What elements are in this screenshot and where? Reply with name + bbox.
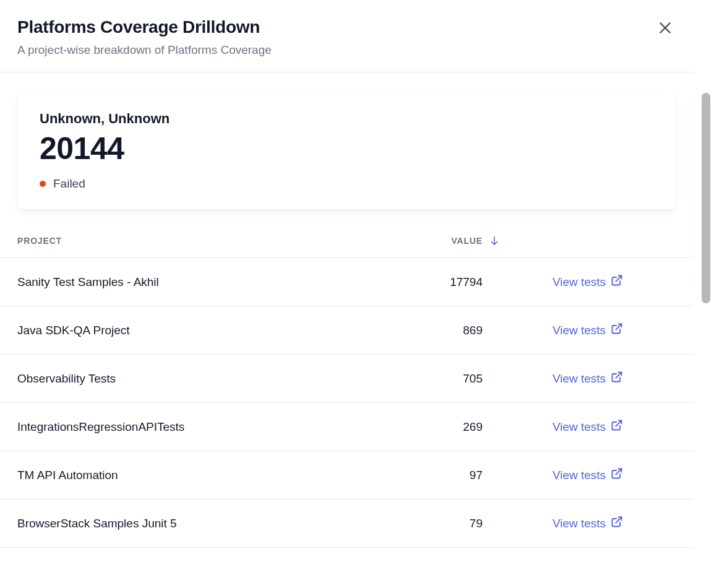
project-value: 17794 bbox=[364, 275, 500, 289]
external-link-icon bbox=[611, 419, 623, 435]
external-link-icon bbox=[611, 322, 623, 338]
view-tests-link[interactable]: View tests bbox=[553, 516, 623, 531]
project-name: BrowserStack Samples Junit 5 bbox=[17, 517, 177, 530]
view-tests-link[interactable]: View tests bbox=[553, 322, 623, 338]
view-tests-link[interactable]: View tests bbox=[553, 467, 623, 483]
close-icon bbox=[657, 20, 673, 38]
summary-subtitle: Unknown, Unknown bbox=[40, 111, 653, 127]
project-name: IntegrationsRegressionAPITests bbox=[17, 420, 184, 433]
table-row: Observability Tests705View tests bbox=[0, 355, 693, 403]
summary-card: Unknown, Unknown 20144 Failed bbox=[17, 90, 676, 209]
view-tests-link[interactable]: View tests bbox=[553, 274, 623, 290]
view-tests-link[interactable]: View tests bbox=[553, 419, 623, 435]
column-header-project[interactable]: PROJECT bbox=[17, 236, 62, 246]
table-row: IntegrationsRegressionAPITests269View te… bbox=[0, 403, 693, 451]
status-dot-icon bbox=[40, 181, 46, 187]
table-header-row: PROJECT VALUE bbox=[0, 224, 693, 258]
view-tests-label: View tests bbox=[553, 275, 606, 289]
external-link-icon bbox=[611, 274, 623, 290]
external-link-icon bbox=[611, 467, 623, 483]
summary-count: 20144 bbox=[40, 132, 653, 166]
page-subtitle: A project-wise breakdown of Platforms Co… bbox=[17, 43, 272, 57]
svg-line-6 bbox=[616, 421, 621, 426]
table-row: TM API Automation97View tests bbox=[0, 451, 693, 499]
sort-descending-icon[interactable] bbox=[489, 235, 500, 246]
project-name: Java SDK-QA Project bbox=[17, 324, 130, 337]
project-name: TM API Automation bbox=[17, 469, 118, 482]
project-name: Sanity Test Samples - Akhil bbox=[17, 275, 159, 288]
view-tests-label: View tests bbox=[553, 469, 606, 482]
project-value: 869 bbox=[364, 324, 500, 337]
svg-line-5 bbox=[616, 373, 621, 378]
external-link-icon bbox=[611, 516, 623, 531]
project-value: 79 bbox=[364, 517, 500, 530]
table-row: BrowserStack Samples Junit 579View tests bbox=[0, 499, 693, 548]
status-label: Failed bbox=[53, 177, 85, 191]
svg-line-3 bbox=[616, 276, 621, 282]
view-tests-label: View tests bbox=[553, 372, 606, 386]
project-value: 269 bbox=[364, 420, 500, 434]
scrollbar-thumb[interactable] bbox=[702, 93, 710, 303]
drilldown-header: Platforms Coverage Drilldown A project-w… bbox=[0, 0, 693, 72]
svg-line-7 bbox=[616, 469, 621, 475]
close-button[interactable] bbox=[655, 17, 676, 40]
table-row: Java SDK-QA Project869View tests bbox=[0, 306, 693, 355]
status-row: Failed bbox=[40, 177, 653, 191]
project-value: 97 bbox=[364, 469, 500, 482]
table-row: Sanity Test Samples - Akhil17794View tes… bbox=[0, 258, 693, 306]
view-tests-label: View tests bbox=[553, 517, 606, 530]
column-header-value[interactable]: VALUE bbox=[451, 236, 483, 246]
view-tests-label: View tests bbox=[553, 420, 606, 434]
project-name: Observability Tests bbox=[17, 372, 116, 385]
svg-line-4 bbox=[616, 324, 621, 330]
project-value: 705 bbox=[364, 372, 500, 386]
svg-line-8 bbox=[616, 517, 621, 523]
page-title: Platforms Coverage Drilldown bbox=[17, 17, 272, 37]
external-link-icon bbox=[611, 371, 623, 386]
view-tests-link[interactable]: View tests bbox=[553, 371, 623, 386]
view-tests-label: View tests bbox=[553, 324, 606, 337]
